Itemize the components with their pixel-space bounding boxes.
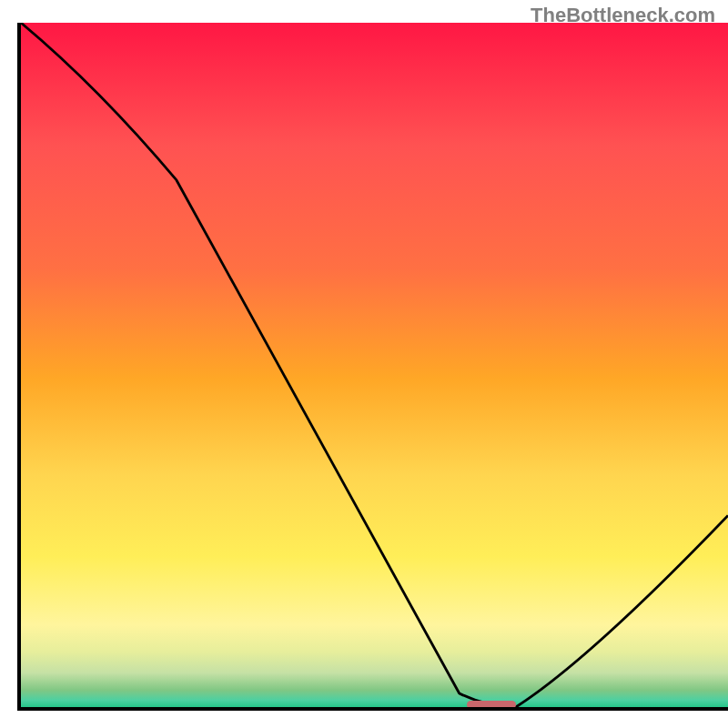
plot-area [17,23,728,711]
bottleneck-curve [21,23,728,707]
chart-container: TheBottleneck.com [0,0,728,728]
curve-path [21,23,728,707]
sweet-spot-marker [467,701,516,709]
